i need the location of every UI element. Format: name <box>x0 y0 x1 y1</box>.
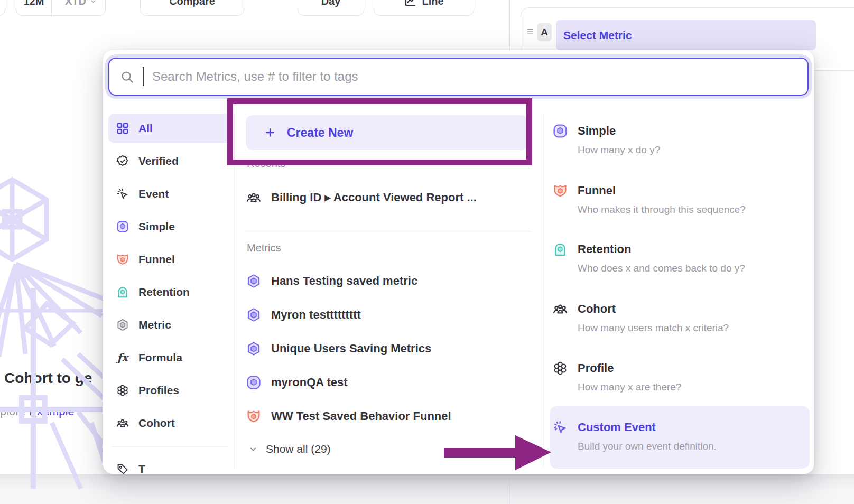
range-12m-label: 12M <box>24 0 44 7</box>
interval-day-label: Day <box>321 0 341 7</box>
metric-type-desc: Who makes it through this sequence? <box>578 204 810 216</box>
retention-icon <box>116 285 129 299</box>
sidebar-item-profiles[interactable]: Profiles <box>108 376 231 405</box>
sidebar-item-label: T <box>138 463 145 474</box>
metric-type-profile[interactable]: ProfileHow many x are there? <box>552 359 810 393</box>
metric-type-head: Cohort <box>552 300 810 318</box>
metric-type-title: Funnel <box>578 184 616 198</box>
profiles-icon <box>116 384 129 397</box>
metric-search-box <box>108 58 809 96</box>
profiles-icon <box>552 360 568 376</box>
text-cursor <box>143 67 144 86</box>
line-chart-icon <box>404 0 416 7</box>
chevron-down-icon <box>248 444 258 454</box>
sidebar-item-simple[interactable]: Simple <box>108 212 231 241</box>
list-item-label: Hans Testing saved metric <box>271 274 417 288</box>
metric-hex-icon <box>246 341 262 357</box>
funnel-icon <box>552 183 568 199</box>
sidebar-item-retention[interactable]: Retention <box>108 277 231 307</box>
metric-hex-icon <box>246 307 262 323</box>
date-range-segmented-control: 12M XTD <box>16 0 106 16</box>
columns-divider-line <box>543 115 544 468</box>
range-xtd-button[interactable]: XTD <box>57 0 105 15</box>
cohort-icon <box>246 190 262 206</box>
annotation-box-create-new <box>227 98 532 165</box>
retention-icon <box>552 241 568 257</box>
metric-type-retention[interactable]: RetentionWho does x and comes back to do… <box>552 240 810 274</box>
metric-type-desc: Who does x and comes back to do y? <box>578 263 810 274</box>
cohort-icon <box>552 301 568 317</box>
select-metric-pill[interactable]: Select Metric <box>556 20 816 50</box>
list-item-hans-testing-saved-metric[interactable]: Hans Testing saved metric <box>246 268 531 294</box>
metric-hex-icon <box>246 273 262 289</box>
metric-type-funnel[interactable]: FunnelWho makes it through this sequence… <box>552 182 810 216</box>
range-xtd-label: XTD <box>65 0 86 7</box>
recents-list: Billing ID ▸ Account Viewed Report ... <box>246 185 531 219</box>
funnel-icon <box>246 408 262 424</box>
drag-handle-icon[interactable] <box>525 26 535 36</box>
simple-icon <box>552 123 568 139</box>
chart-type-line-label: Line <box>422 0 443 7</box>
list-item-label: Myron testtttttttt <box>271 308 361 322</box>
range-12m-button[interactable]: 12M <box>16 0 52 15</box>
sidebar-item-funnel[interactable]: Funnel <box>108 245 231 274</box>
chart-type-line-button[interactable]: Line <box>374 0 474 16</box>
list-item-unique-users-saving-metrics[interactable]: Unique Users Saving Metrics <box>246 336 531 361</box>
verified-icon <box>116 154 129 168</box>
sidebar-item-metric[interactable]: Metric <box>108 310 231 340</box>
list-item-myronqa-test[interactable]: myronQA test <box>246 370 531 395</box>
tag-icon <box>116 462 129 474</box>
sidebar-item-label: Verified <box>138 155 179 167</box>
metric-type-head: Simple <box>552 122 810 140</box>
search-icon <box>120 70 134 84</box>
sidebar-item-verified[interactable]: Verified <box>108 146 231 176</box>
sidebar-item-label: Event <box>138 188 169 200</box>
list-item-label: Billing ID ▸ Account Viewed Report ... <box>271 191 477 204</box>
sidebar-item-event[interactable]: Event <box>108 179 231 209</box>
metrics-section-label: Metrics <box>247 242 281 254</box>
saved-metrics-list: Hans Testing saved metricMyron testttttt… <box>246 268 531 437</box>
list-item-ww-test-saved-behavior-funnel[interactable]: WW Test Saved Behavior Funnel <box>246 404 531 429</box>
chevron-down-icon <box>89 0 97 5</box>
select-metric-label: Select Metric <box>563 29 632 42</box>
search-input[interactable] <box>152 69 797 84</box>
sidebar-item-label: Metric <box>138 319 171 331</box>
metric-type-desc: How many users match x criteria? <box>578 322 810 334</box>
cohort-icon <box>116 416 129 430</box>
custom-event-icon <box>552 419 568 435</box>
list-item-billing-id-account-viewed-report[interactable]: Billing ID ▸ Account Viewed Report ... <box>246 185 531 210</box>
list-item-label: WW Test Saved Behavior Funnel <box>271 409 451 423</box>
metric-type-title: Custom Event <box>578 421 656 434</box>
metric-icon <box>116 318 129 332</box>
annotation-arrow-custom-event <box>443 432 554 474</box>
interval-day-button[interactable]: Day <box>298 0 364 16</box>
clause-letter-badge: A <box>537 23 552 41</box>
list-item-label: Unique Users Saving Metrics <box>271 342 431 356</box>
metric-type-custom-event[interactable]: Custom EventBuild your own event definit… <box>552 418 810 452</box>
sidebar-item-label: Simple <box>138 220 175 233</box>
formula-icon: ƒx <box>116 351 129 365</box>
metric-type-simple[interactable]: SimpleHow many x do y? <box>552 122 810 156</box>
toolbar-button-partial[interactable] <box>0 0 5 16</box>
show-all-button[interactable]: Show all (29) <box>248 439 331 459</box>
metric-type-head: Retention <box>552 240 810 258</box>
sidebar-item-label: Cohort <box>138 417 175 430</box>
metric-type-head: Custom Event <box>552 418 810 436</box>
page-bottom-band <box>0 474 854 504</box>
metric-type-desc: Build your own event definition. <box>578 441 810 452</box>
sidebar-item-label: All <box>138 122 153 135</box>
metric-type-desc: How many x are there? <box>578 381 810 393</box>
sidebar-item-t[interactable]: T <box>108 454 231 474</box>
metric-type-head: Funnel <box>552 182 810 200</box>
sidebar-item-label: Retention <box>138 286 190 298</box>
list-item-myron-testtttttttt[interactable]: Myron testtttttttt <box>246 302 531 328</box>
sidebar-item-cohort[interactable]: Cohort <box>108 408 231 438</box>
sidebar-item-formula[interactable]: ƒxFormula <box>108 343 231 372</box>
metric-type-title: Profile <box>578 361 614 375</box>
sidebar-item-all[interactable]: All <box>108 114 231 143</box>
simple-icon <box>116 220 129 234</box>
metric-type-cohort[interactable]: CohortHow many users match x criteria? <box>552 300 810 334</box>
compare-label: Compare <box>169 0 215 7</box>
metric-type-head: Profile <box>552 359 810 377</box>
compare-button[interactable]: Compare <box>140 0 244 16</box>
